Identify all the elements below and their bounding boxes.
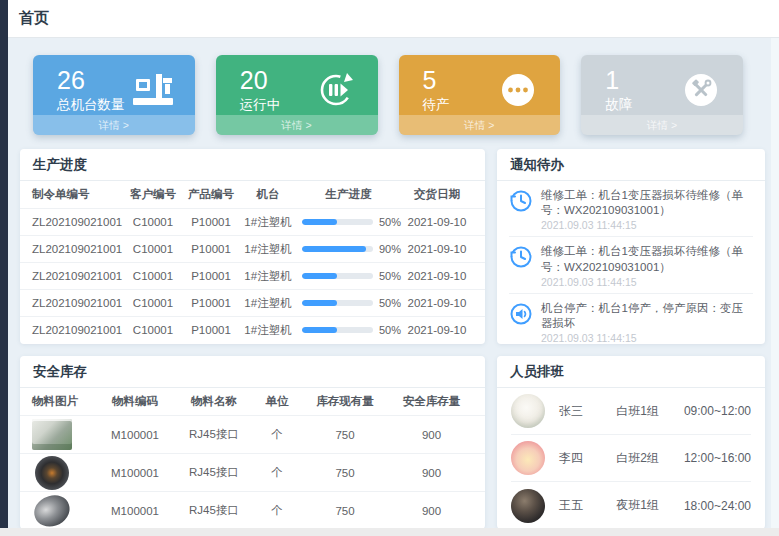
bottom-edge-bar xyxy=(0,528,779,536)
staff-name: 王五 xyxy=(559,497,616,514)
notification-text: 机台停产：机台1停产，停产原因：变压器损坏 xyxy=(541,301,753,331)
staff-time: 09:00~12:00 xyxy=(684,404,751,418)
staff-time: 12:00~16:00 xyxy=(684,451,751,465)
safety-inventory-panel: 安全库存 物料图片 物料编码 物料名称 单位 库存现有量 安全库存量 M1000… xyxy=(20,356,485,529)
waiting-value: 5 xyxy=(423,67,450,93)
stat-card-running[interactable]: 20 运行中 详情 > xyxy=(216,55,378,135)
waiting-label: 待产 xyxy=(423,96,450,114)
production-row[interactable]: ZL202109021001 C10001 P10001 1#注塑机 90% 2… xyxy=(20,235,485,262)
running-label: 运行中 xyxy=(240,96,281,114)
staff-row[interactable]: 王五 夜班1组 18:00~24:00 xyxy=(511,482,751,529)
staff-shift: 白班1组 xyxy=(616,403,684,420)
fault-detail-link[interactable]: 详情 > xyxy=(581,115,743,135)
stat-card-total-machines[interactable]: 26 总机台数量 xyxy=(33,55,195,135)
notifications-title: 通知待办 xyxy=(497,149,765,181)
col-material-image: 物料图片 xyxy=(32,394,96,409)
waiting-detail-link[interactable]: 详情 > xyxy=(399,115,561,135)
running-detail-link[interactable]: 详情 > xyxy=(216,115,378,135)
progress-bar: 50% xyxy=(296,297,401,309)
production-table-header: 制令单编号 客户编号 产品编号 机台 生产进度 交货日期 xyxy=(20,181,485,208)
personnel-schedule-title: 人员排班 xyxy=(497,356,765,388)
ellipsis-icon xyxy=(496,70,540,110)
staff-row[interactable]: 张三 白班1组 09:00~12:00 xyxy=(511,388,751,435)
col-safety-qty: 安全库存量 xyxy=(390,394,473,409)
staff-name: 张三 xyxy=(559,403,616,420)
cycle-icon xyxy=(314,70,358,110)
production-row[interactable]: ZL202109021001 C10001 P10001 1#注塑机 50% 2… xyxy=(20,208,485,235)
col-material-name: 物料名称 xyxy=(174,394,254,409)
machine-icon xyxy=(131,70,175,110)
production-row[interactable]: ZL202109021001 C10001 P10001 1#注塑机 50% 2… xyxy=(20,262,485,289)
collapsed-sidebar-edge xyxy=(0,0,8,528)
staff-row[interactable]: 李四 白班2组 12:00~16:00 xyxy=(511,435,751,482)
page-header: 首页 xyxy=(8,0,779,38)
running-value: 20 xyxy=(240,67,281,93)
stat-cards-row: 26 总机台数量 xyxy=(33,55,743,135)
cone-speaker-image xyxy=(30,491,74,529)
production-row[interactable]: ZL202109021001 C10001 P10001 1#注塑机 50% 2… xyxy=(20,289,485,316)
inventory-row[interactable]: M100001 RJ45接口 个 750 900 xyxy=(20,415,485,453)
rj45-connector-image xyxy=(32,419,72,450)
col-progress: 生产进度 xyxy=(296,187,401,202)
speaker-icon xyxy=(509,302,533,326)
staff-shift: 夜班1组 xyxy=(616,497,684,514)
dashboard-screen: 首页 26 总机台数量 xyxy=(0,0,779,536)
inventory-row[interactable]: M100001 RJ45接口 个 750 900 xyxy=(20,453,485,491)
personnel-schedule-panel: 人员排班 张三 白班1组 09:00~12:00 李四 白班2组 1 xyxy=(497,356,765,529)
notification-time: 2021.09.03 11:44:15 xyxy=(541,332,753,344)
stat-card-fault[interactable]: 1 故障 xyxy=(581,55,743,135)
staff-shift: 白班2组 xyxy=(616,450,684,467)
col-unit: 单位 xyxy=(254,394,300,409)
production-progress-panel: 生产进度 制令单编号 客户编号 产品编号 机台 生产进度 交货日期 ZL2021… xyxy=(20,149,485,344)
notification-item[interactable]: 机台停产：机台1停产，停产原因：变压器损坏 2021.09.03 11:44:1… xyxy=(509,294,753,344)
tools-icon xyxy=(679,70,723,110)
total-machines-label: 总机台数量 xyxy=(57,96,125,114)
progress-bar: 90% xyxy=(296,243,401,255)
col-date: 交货日期 xyxy=(401,187,473,202)
col-stock-qty: 库存现有量 xyxy=(300,394,390,409)
safety-inventory-title: 安全库存 xyxy=(20,356,485,388)
avatar xyxy=(511,394,545,428)
col-material-code: 物料编码 xyxy=(96,394,174,409)
notification-time: 2021.09.03 11:44:15 xyxy=(541,276,753,288)
notification-text: 维修工单：机台1变压器损坏待维修（单号：WX202109031001） xyxy=(541,244,753,274)
notification-time: 2021.09.03 11:44:15 xyxy=(541,219,753,231)
stat-card-waiting[interactable]: 5 待产 详情 > xyxy=(399,55,561,135)
scrollbar-track[interactable] xyxy=(771,38,779,528)
total-machines-value: 26 xyxy=(57,67,125,93)
round-speaker-image xyxy=(35,456,69,490)
notification-text: 维修工单：机台1变压器损坏待维修（单号：WX202109031001） xyxy=(541,188,753,218)
col-machine: 机台 xyxy=(240,187,296,202)
total-machines-detail-link[interactable]: 详情 > xyxy=(33,115,195,135)
avatar xyxy=(511,441,545,475)
col-customer: 客户编号 xyxy=(124,187,182,202)
notification-item[interactable]: 维修工单：机台1变压器损坏待维修（单号：WX202109031001） 2021… xyxy=(509,181,753,237)
progress-bar: 50% xyxy=(296,270,401,282)
main-area: 首页 26 总机台数量 xyxy=(8,0,779,528)
inventory-table-header: 物料图片 物料编码 物料名称 单位 库存现有量 安全库存量 xyxy=(20,388,485,415)
production-progress-title: 生产进度 xyxy=(20,149,485,181)
clock-icon xyxy=(509,189,533,213)
col-product: 产品编号 xyxy=(182,187,240,202)
progress-bar: 50% xyxy=(296,324,401,336)
notification-item[interactable]: 维修工单：机台1变压器损坏待维修（单号：WX202109031001） 2021… xyxy=(509,237,753,293)
page-title: 首页 xyxy=(19,9,49,28)
fault-value: 1 xyxy=(605,67,632,93)
content-area: 26 总机台数量 xyxy=(8,38,779,529)
staff-name: 李四 xyxy=(559,450,616,467)
progress-bar: 50% xyxy=(296,216,401,228)
staff-time: 18:00~24:00 xyxy=(684,499,751,513)
production-row[interactable]: ZL202109021001 C10001 P10001 1#注塑机 50% 2… xyxy=(20,316,485,343)
notifications-panel: 通知待办 xyxy=(497,149,765,344)
col-order-no: 制令单编号 xyxy=(32,187,124,202)
fault-label: 故障 xyxy=(605,96,632,114)
clock-icon xyxy=(509,245,533,269)
avatar xyxy=(511,489,545,523)
inventory-row[interactable]: M100001 RJ45接口 个 750 900 xyxy=(20,491,485,529)
